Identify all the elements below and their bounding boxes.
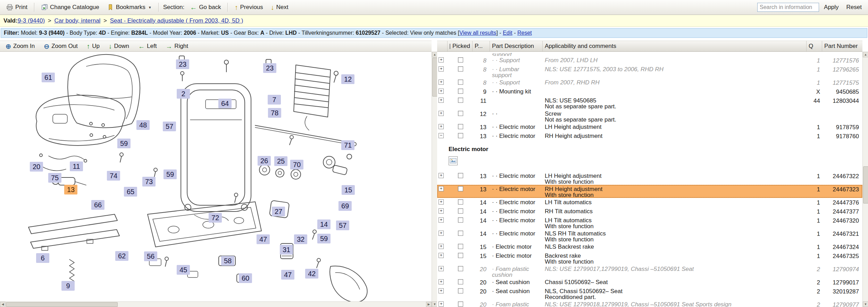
filter-link[interactable]: View all results <box>459 30 496 36</box>
picked-checkbox[interactable] <box>458 89 463 94</box>
expand-plus-icon[interactable]: + <box>439 217 444 223</box>
header-part-description[interactable]: Part Description <box>490 41 543 51</box>
right-button[interactable]: →Right <box>166 43 188 50</box>
diagram-part-label[interactable]: 73 <box>142 177 156 186</box>
reset-button[interactable]: Reset <box>844 3 865 12</box>
scroll-right-arrow-icon[interactable]: ▶ <box>426 302 432 307</box>
picked-checkbox[interactable] <box>458 173 463 178</box>
picked-checkbox[interactable] <box>458 266 463 271</box>
diagram-part-label[interactable]: 23 <box>176 59 189 69</box>
search-input[interactable] <box>757 3 819 12</box>
diagram-part-label[interactable]: 11 <box>70 161 83 171</box>
diagram-part-label[interactable]: 57 <box>336 221 349 230</box>
diagram-part-label[interactable]: 47 <box>257 234 270 244</box>
table-row[interactable]: +8· · LumbarsupportNLS: USE 12771575, 20… <box>437 65 862 78</box>
header-applicability[interactable]: Applicability and comments <box>543 41 807 51</box>
print-button[interactable]: Print <box>3 3 30 12</box>
breadcrumb-link[interactable]: 9-3 (9440) <box>18 17 45 24</box>
diagram-part-label[interactable]: 65 <box>124 187 137 197</box>
diagram-part-label[interactable]: 26 <box>258 156 271 166</box>
header-quantity[interactable]: Q <box>807 41 822 51</box>
scroll-up-arrow-icon[interactable]: ▲ <box>432 52 437 57</box>
previous-button[interactable]: ↑ Previous <box>232 3 266 12</box>
scroll-down-arrow-icon[interactable]: ▼ <box>863 301 868 307</box>
picked-checkbox[interactable] <box>458 301 463 307</box>
up-button[interactable]: ↑Up <box>87 43 100 50</box>
picked-checkbox[interactable] <box>458 253 463 258</box>
expand-plus-icon[interactable]: + <box>439 208 444 214</box>
table-row[interactable]: +9· · Mounting kitX9450685 <box>437 87 862 96</box>
table-row[interactable]: +15· Electric motorNLS Backrest rake1244… <box>437 242 862 251</box>
diagram-part-label[interactable]: 25 <box>274 156 287 166</box>
table-row[interactable]: +13· · Electric motorRH Height adjustmen… <box>437 185 862 198</box>
picked-checkbox[interactable] <box>458 199 463 205</box>
diagram-part-label[interactable]: 13 <box>64 185 77 194</box>
scroll-left-arrow-icon[interactable]: ◀ <box>0 302 6 307</box>
expand-plus-icon[interactable]: + <box>439 173 444 178</box>
diagram-part-label[interactable]: 7 <box>268 95 281 105</box>
diagram-part-label[interactable]: 60 <box>239 273 252 283</box>
diagram-vertical-scrollbar[interactable]: ▲ ▼ <box>432 52 437 307</box>
picked-checkbox[interactable] <box>458 66 463 72</box>
diagram-part-label[interactable]: 12 <box>341 74 354 84</box>
table-row[interactable]: +20· Seat cushionNLS, Chassi 51050692– S… <box>437 287 862 300</box>
table-row[interactable]: +8· · SupportFrom 2007, LHD LH112771576 <box>437 56 862 65</box>
picked-checkbox[interactable] <box>458 124 463 129</box>
header-picked[interactable]: Picked <box>448 41 473 51</box>
expand-plus-icon[interactable]: + <box>439 111 444 116</box>
diagram-part-label[interactable]: 56 <box>144 251 157 261</box>
diagram-part-label[interactable]: 78 <box>268 108 281 118</box>
diagram-part-label[interactable]: 20 <box>30 162 43 172</box>
expand-plus-icon[interactable]: + <box>439 98 444 103</box>
diagram-part-label[interactable]: 14 <box>317 219 331 229</box>
diagram-part-label[interactable]: 32 <box>294 234 307 244</box>
expand-plus-icon[interactable]: + <box>439 199 444 205</box>
diagram-part-label[interactable]: 75 <box>48 173 61 183</box>
table-row[interactable]: +12· ·ScrewNot as separate spare part. <box>437 109 862 123</box>
bookmarks-button[interactable]: Bookmarks ▼ <box>104 3 155 12</box>
diagram-part-label[interactable]: 45 <box>177 265 190 275</box>
table-row[interactable]: +8· · SupportFrom 2007, RHD RH112771575 <box>437 78 862 87</box>
diagram-part-label[interactable]: 59 <box>117 139 131 148</box>
header-position[interactable]: P... <box>473 41 490 51</box>
diagram-part-label[interactable]: 59 <box>164 169 177 179</box>
diagram-part-label[interactable]: 74 <box>107 171 120 181</box>
expand-plus-icon[interactable]: + <box>439 266 444 271</box>
expand-plus-icon[interactable]: + <box>439 253 444 258</box>
table-row[interactable]: +20· Foam plasticcushionNLS: USE 1279901… <box>437 300 862 307</box>
expand-plus-icon[interactable]: + <box>439 124 444 129</box>
diagram-part-label[interactable]: 70 <box>290 160 303 169</box>
diagram-horizontal-scrollbar[interactable]: ◀ ▶ <box>0 301 432 307</box>
diagram-part-label[interactable]: 69 <box>339 201 352 211</box>
part-thumbnail-image[interactable] <box>449 156 458 165</box>
diagram-part-label[interactable]: 6 <box>36 253 49 263</box>
diagram-part-label[interactable]: 72 <box>209 213 222 223</box>
diagram-part-label[interactable]: 27 <box>272 207 285 216</box>
left-button[interactable]: ←Left <box>138 43 157 50</box>
diagram-scroll-thumb[interactable] <box>432 58 437 97</box>
table-row[interactable]: +15· Electric motorBackrest rakeWith sto… <box>437 251 862 265</box>
table-row[interactable]: +20· Seat cushionChassi 51050692– Seat21… <box>437 278 862 287</box>
go-back-button[interactable]: ← Go back <box>187 3 224 12</box>
expand-plus-icon[interactable]: + <box>439 244 444 249</box>
picked-checkbox[interactable] <box>458 98 463 103</box>
filter-link[interactable]: Edit <box>503 30 512 36</box>
expand-plus-icon[interactable]: + <box>439 89 444 94</box>
scroll-up-arrow-icon[interactable]: ▲ <box>863 52 868 57</box>
picked-checkbox[interactable] <box>458 244 463 249</box>
diagram-part-label[interactable]: 62 <box>115 251 128 261</box>
diagram-part-label[interactable]: 64 <box>218 99 232 108</box>
expand-plus-icon[interactable]: + <box>439 231 444 236</box>
table-row[interactable]: −13· · Electric motorRH Height adjustmen… <box>437 132 862 141</box>
diagram-part-label[interactable]: 48 <box>136 120 150 130</box>
diagram-part-label[interactable]: 15 <box>342 185 355 195</box>
picked-checkbox[interactable] <box>458 111 463 116</box>
expand-minus-icon[interactable]: − <box>439 133 444 138</box>
diagram-part-label[interactable]: 47 <box>281 270 294 280</box>
filter-link[interactable]: Reset <box>517 30 532 36</box>
breadcrumb-link[interactable]: Car body, internal <box>54 17 100 24</box>
header-part-number[interactable]: Part Number <box>822 41 862 51</box>
picked-checkbox[interactable] <box>458 80 463 85</box>
table-row[interactable]: +14· · Electric motorLH Tilt automaticsW… <box>437 216 862 229</box>
expand-plus-icon[interactable]: + <box>439 279 444 284</box>
